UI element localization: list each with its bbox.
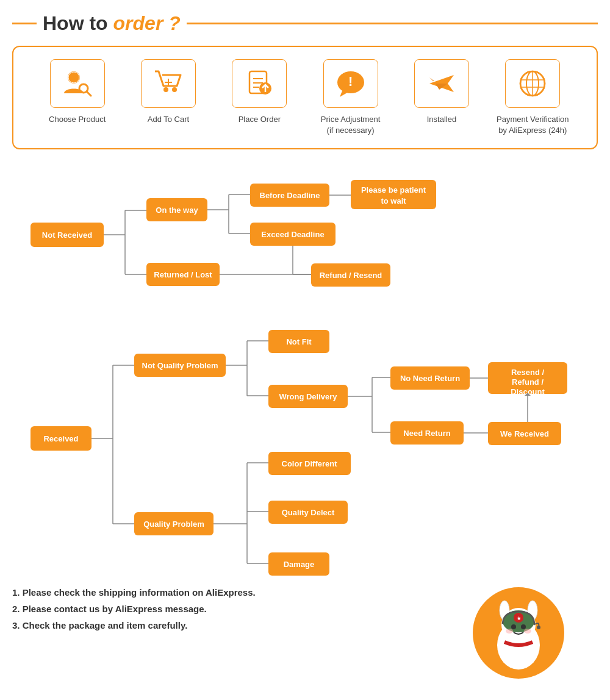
step-payment-verification: Payment Verificationby AliExpress (24h) [490,59,575,136]
plane-icon [425,66,459,101]
svg-point-0 [68,71,80,84]
mascot-circle: ★ [473,587,564,679]
globe-icon [515,66,550,101]
svg-text:No Need Return: No Need Return [400,374,460,383]
cart-icon [151,66,185,101]
step-icon-box-3 [232,59,287,108]
svg-text:Before Deadline: Before Deadline [260,191,320,200]
step-price-adjustment: ! Price Adjustment(if necessary) [308,59,393,136]
bottom-section: 1. Please check the shipping information… [12,587,598,700]
svg-point-4 [163,87,168,92]
note-1: 1. Please check the shipping information… [12,587,433,598]
step-3-label: Place Order [239,114,281,125]
step-5-label: Installed [427,114,456,125]
steps-box: Choose Product Add To Cart [12,46,598,149]
step-icon-box-4: ! [323,59,378,108]
svg-point-103 [511,624,516,629]
step-1-label: Choose Product [49,114,106,125]
svg-text:★: ★ [517,616,522,621]
page-header: How to order ? [12,12,598,35]
step-icon-box-5 [414,59,469,108]
header-line-left [12,23,37,24]
svg-text:!: ! [348,74,353,89]
step-installed: Installed [399,59,484,125]
step-choose-product: Choose Product [35,59,120,125]
svg-point-105 [506,629,513,634]
notes-list: 1. Please check the shipping information… [12,587,433,637]
not-received-svg: Not Received On the way Before Deadline … [12,168,598,308]
svg-text:Damage: Damage [284,560,315,569]
page-title: How to order ? [43,12,181,35]
svg-point-104 [521,624,526,629]
svg-text:Color Different: Color Different [282,459,338,468]
svg-point-5 [172,87,177,92]
svg-text:Received: Received [43,434,78,443]
svg-text:Quality Delect: Quality Delect [282,508,335,517]
received-svg: Received Not Quality Problem Not Fit Wro… [12,310,598,579]
step-place-order: Place Order [217,59,302,125]
svg-text:Quality Problem: Quality Problem [143,520,204,529]
svg-line-2 [87,91,91,96]
step-icon-box-6 [505,59,560,108]
svg-text:We Received: We Received [500,429,549,438]
svg-text:Refund /: Refund / [512,377,544,387]
svg-text:to wait: to wait [381,196,406,205]
svg-text:Not Received: Not Received [42,230,92,240]
mascot-svg: ★ [479,593,558,673]
note-2: 2. Please contact us by AliExpress messa… [12,604,433,614]
step-icon-box-1 [50,59,105,108]
step-add-to-cart: Add To Cart [126,59,211,125]
step-icon-box-2 [141,59,196,108]
svg-text:Refund / Resend: Refund / Resend [320,271,382,280]
header-line-right [187,23,598,24]
not-received-flowchart: Not Received On the way Before Deadline … [12,168,598,310]
note-3: 3. Check the package and item carefully. [12,620,433,630]
svg-text:Need Return: Need Return [403,429,450,438]
svg-text:Exceed Deadline: Exceed Deadline [261,230,324,239]
title-highlight: order ? [113,12,181,34]
svg-point-106 [524,629,531,634]
svg-point-107 [537,626,540,629]
svg-text:Wrong Delivery: Wrong Delivery [279,392,337,401]
received-flowchart: Received Not Quality Problem Not Fit Wro… [12,310,598,581]
step-6-label: Payment Verificationby AliExpress (24h) [497,114,569,136]
svg-text:Returned / Lost: Returned / Lost [154,270,212,279]
chat-exclaim-icon: ! [334,66,368,101]
svg-text:Not Quality Problem: Not Quality Problem [142,361,218,370]
svg-text:Not Fit: Not Fit [286,337,312,346]
svg-text:On the way: On the way [156,205,198,215]
person-search-icon [60,66,95,101]
step-4-label: Price Adjustment(if necessary) [321,114,381,136]
svg-text:Resend /: Resend / [511,368,545,377]
svg-text:Please be patient: Please be patient [361,185,426,195]
step-2-label: Add To Cart [148,114,189,125]
document-upload-icon [242,66,276,101]
